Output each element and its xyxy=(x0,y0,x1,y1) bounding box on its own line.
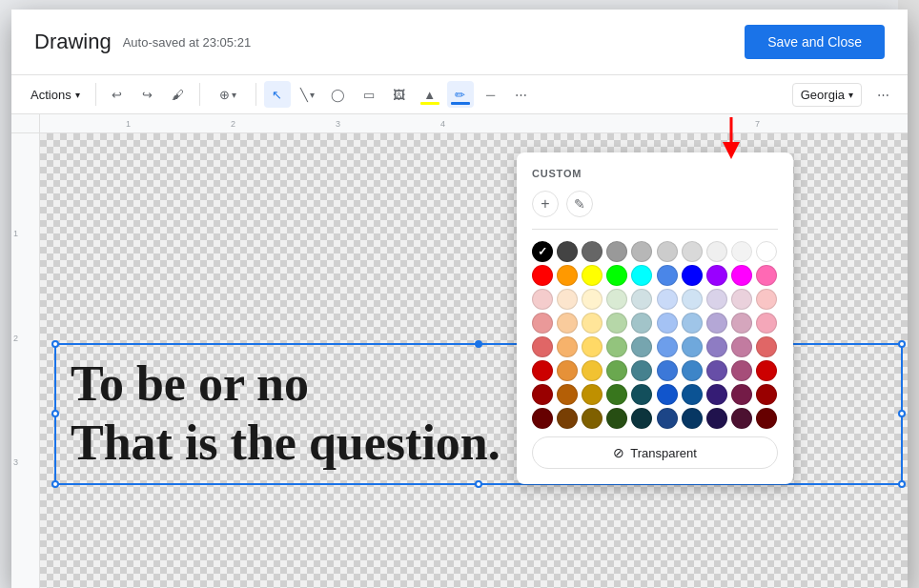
undo-button[interactable]: ↩ xyxy=(104,81,131,108)
color-swatch-r3c9[interactable] xyxy=(731,289,752,310)
border-style-button[interactable]: ─ xyxy=(478,81,504,108)
canvas-area[interactable]: 1 2 3 4 7 1 2 3 xyxy=(11,114,908,588)
color-swatch-r3c8[interactable] xyxy=(706,289,727,310)
selection-handle-tl[interactable] xyxy=(51,340,59,348)
color-swatch-r3c7[interactable] xyxy=(682,289,703,310)
select-tool-button[interactable]: ↖ xyxy=(264,81,291,108)
actions-button[interactable]: Actions ▾ xyxy=(23,81,88,108)
color-swatch-r4c8[interactable] xyxy=(706,313,727,334)
color-swatch-green[interactable] xyxy=(606,265,627,286)
color-swatch-lightgray1[interactable] xyxy=(631,241,652,262)
color-swatch-r4c10[interactable] xyxy=(756,313,777,334)
border-dash-button[interactable]: ⋯ xyxy=(508,81,535,108)
color-swatch-r7c9[interactable] xyxy=(731,384,752,405)
color-swatch-r7c7[interactable] xyxy=(682,384,703,405)
color-swatch-magenta[interactable] xyxy=(731,265,752,286)
color-swatch-r6c6[interactable] xyxy=(657,360,678,381)
color-swatch-red[interactable] xyxy=(532,265,553,286)
add-custom-color-button[interactable]: + xyxy=(532,191,559,217)
color-swatch-r5c6[interactable] xyxy=(657,336,678,357)
color-swatch-r7c5[interactable] xyxy=(631,384,652,405)
paint-format-button[interactable]: 🖌 xyxy=(165,81,192,108)
color-swatch-r8c9[interactable] xyxy=(731,408,752,429)
color-swatch-r5c9[interactable] xyxy=(731,336,752,357)
color-swatch-yellow[interactable] xyxy=(582,265,602,286)
color-swatch-pink[interactable] xyxy=(756,265,777,286)
color-swatch-darkgray2[interactable] xyxy=(582,241,602,262)
textbox-tool-button[interactable]: ▭ xyxy=(356,81,382,108)
color-swatch-gray[interactable] xyxy=(606,241,627,262)
selection-handle-bc[interactable] xyxy=(475,480,482,488)
color-swatch-r6c5[interactable] xyxy=(631,360,652,381)
color-swatch-cornblue[interactable] xyxy=(657,265,678,286)
color-swatch-r4c7[interactable] xyxy=(682,313,703,334)
transparent-button[interactable]: ⊘ Transparent xyxy=(532,436,778,469)
eyedropper-button[interactable]: ✎ xyxy=(566,191,593,217)
color-swatch-darkgray1[interactable] xyxy=(557,241,578,262)
color-swatch-orange[interactable] xyxy=(557,265,578,286)
color-swatch-purple[interactable] xyxy=(706,265,727,286)
color-swatch-cyan[interactable] xyxy=(631,265,652,286)
color-swatch-r5c5[interactable] xyxy=(631,336,652,357)
color-swatch-r3c5[interactable] xyxy=(631,289,652,310)
color-swatch-r8c4[interactable] xyxy=(606,408,627,429)
color-swatch-r7c4[interactable] xyxy=(606,384,627,405)
color-swatch-r7c6[interactable] xyxy=(657,384,678,405)
color-swatch-r6c9[interactable] xyxy=(731,360,752,381)
color-swatch-r6c4[interactable] xyxy=(606,360,627,381)
more-options-button[interactable]: ⋯ xyxy=(869,81,896,108)
color-swatch-r8c1[interactable] xyxy=(532,408,553,429)
fill-color-button[interactable]: ▲ xyxy=(417,81,443,108)
redo-button[interactable]: ↪ xyxy=(134,81,161,108)
color-swatch-black[interactable] xyxy=(532,241,553,262)
color-swatch-r4c6[interactable] xyxy=(657,313,678,334)
color-swatch-r5c10[interactable] xyxy=(756,336,777,357)
color-swatch-r3c1[interactable] xyxy=(532,289,553,310)
color-swatch-r5c1[interactable] xyxy=(532,336,553,357)
color-swatch-r6c2[interactable] xyxy=(557,360,578,381)
color-swatch-r6c8[interactable] xyxy=(706,360,727,381)
color-swatch-r6c3[interactable] xyxy=(582,360,602,381)
color-swatch-r3c2[interactable] xyxy=(557,289,578,310)
selection-handle-bl[interactable] xyxy=(51,480,59,488)
font-selector[interactable]: Georgia ▾ xyxy=(792,83,862,107)
color-swatch-r8c2[interactable] xyxy=(557,408,578,429)
color-swatch-r5c7[interactable] xyxy=(682,336,703,357)
color-swatch-r5c3[interactable] xyxy=(582,336,602,357)
color-swatch-r4c3[interactable] xyxy=(582,313,602,334)
color-swatch-r4c2[interactable] xyxy=(557,313,578,334)
color-swatch-r7c3[interactable] xyxy=(582,384,602,405)
color-swatch-r8c8[interactable] xyxy=(706,408,727,429)
image-tool-button[interactable]: 🖼 xyxy=(386,81,413,108)
color-swatch-r8c5[interactable] xyxy=(631,408,652,429)
save-close-button[interactable]: Save and Close xyxy=(745,25,885,59)
color-swatch-r5c2[interactable] xyxy=(557,336,578,357)
color-swatch-r5c4[interactable] xyxy=(606,336,627,357)
color-swatch-nearlwhite[interactable] xyxy=(731,241,752,262)
color-swatch-r3c10[interactable] xyxy=(756,289,777,310)
color-swatch-lightgray2[interactable] xyxy=(657,241,678,262)
selection-handle-tr[interactable] xyxy=(898,340,906,348)
zoom-button[interactable]: ⊕ ▾ xyxy=(208,81,248,108)
color-swatch-r6c10[interactable] xyxy=(756,360,777,381)
selection-handle-mr[interactable] xyxy=(898,410,906,417)
color-swatch-r5c8[interactable] xyxy=(706,336,727,357)
color-swatch-r6c7[interactable] xyxy=(682,360,703,381)
shape-tool-button[interactable]: ◯ xyxy=(325,81,352,108)
selection-handle-ml[interactable] xyxy=(51,410,59,417)
color-swatch-r7c2[interactable] xyxy=(557,384,578,405)
color-swatch-r4c5[interactable] xyxy=(631,313,652,334)
color-swatch-r4c1[interactable] xyxy=(532,313,553,334)
line-tool-button[interactable]: ╲ ▾ xyxy=(295,81,321,108)
color-swatch-lightgray4[interactable] xyxy=(706,241,727,262)
color-swatch-r7c10[interactable] xyxy=(756,384,777,405)
color-swatch-lightgray3[interactable] xyxy=(682,241,703,262)
selection-handle-top[interactable] xyxy=(475,340,482,348)
color-swatch-r3c4[interactable] xyxy=(606,289,627,310)
selection-handle-br[interactable] xyxy=(898,480,906,488)
color-swatch-r3c3[interactable] xyxy=(582,289,602,310)
color-swatch-white[interactable] xyxy=(756,241,777,262)
color-swatch-r8c10[interactable] xyxy=(756,408,777,429)
color-swatch-r7c8[interactable] xyxy=(706,384,727,405)
color-swatch-r8c6[interactable] xyxy=(657,408,678,429)
